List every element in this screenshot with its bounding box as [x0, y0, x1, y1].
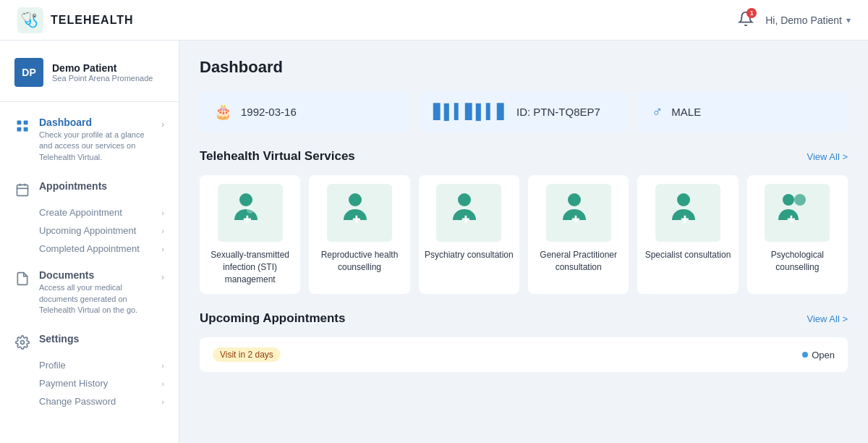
service-card-gp[interactable]: ✚ General Practitioner consultation: [528, 175, 629, 294]
info-card-dob: 🎂 1992-03-16: [200, 91, 410, 132]
dashboard-nav-desc: Check your profile at a glance and acces…: [39, 130, 153, 163]
svg-text:🩺: 🩺: [20, 11, 38, 28]
upcoming-card[interactable]: Visit in 2 days Open: [200, 337, 848, 372]
change-password-chevron: ›: [161, 397, 164, 406]
reproductive-label: Reproductive health counselling: [315, 249, 404, 274]
completed-appointment-label: Completed Appointment: [39, 243, 140, 254]
documents-nav-desc: Access all your medical documents genera…: [39, 282, 153, 316]
documents-chevron-icon: ›: [161, 272, 164, 282]
settings-nav-title: Settings: [39, 333, 164, 345]
info-card-gender: ♂ MALE: [637, 91, 848, 132]
appointments-nav-content: Appointments: [39, 180, 164, 192]
psychiatry-label: Psychiatry consultation: [425, 249, 514, 261]
gender-value: MALE: [671, 106, 701, 118]
sidebar-item-appointments[interactable]: Appointments: [0, 174, 179, 203]
reproductive-doctor-icon: ✚: [336, 190, 383, 236]
sidebar-item-create-appointment[interactable]: Create Appointment ›: [0, 203, 179, 222]
service-card-specialist[interactable]: ✚ Specialist consultation: [637, 175, 738, 294]
user-details: Demo Patient Sea Point Arena Promenade: [52, 62, 153, 83]
svg-text:✚: ✚: [352, 214, 361, 225]
header-right: 1 Hi, Demo Patient ▾: [738, 11, 851, 30]
user-name: Demo Patient: [52, 62, 153, 74]
user-greeting: Hi, Demo Patient: [765, 14, 842, 26]
service-card-sti[interactable]: ✚ Sexually-transmitted infection (STI) m…: [200, 175, 300, 294]
svg-point-23: [794, 194, 806, 206]
logo-icon: 🩺: [17, 7, 43, 33]
service-card-psychiatry[interactable]: ✚ Psychiatry consultation: [419, 175, 519, 294]
gender-icon: ♂: [652, 104, 663, 120]
svg-text:✚: ✚: [571, 214, 580, 225]
app-header: 🩺 TELEHEALTH 1 Hi, Demo Patient ▾: [0, 0, 868, 41]
notification-count: 1: [746, 8, 757, 18]
sidebar: DP Demo Patient Sea Point Arena Promenad…: [0, 41, 179, 443]
dashboard-nav-content: Dashboard Check your profile at a glance…: [39, 117, 153, 163]
notification-bell[interactable]: 1: [738, 11, 754, 30]
services-title: Telehealth Virtual Services: [200, 149, 355, 164]
svg-point-12: [247, 206, 254, 214]
svg-rect-2: [17, 121, 22, 125]
svg-point-16: [458, 193, 471, 206]
appointments-icon: [14, 182, 30, 198]
upcoming-appointment-chevron: ›: [161, 227, 164, 235]
svg-point-14: [349, 193, 362, 206]
nav-section-appointments: Appointments Create Appointment › Upcomi…: [0, 172, 179, 261]
avatar: DP: [14, 58, 43, 87]
sidebar-item-change-password[interactable]: Change Password ›: [0, 392, 179, 410]
nav-section-dashboard: Dashboard Check your profile at a glance…: [0, 108, 179, 172]
svg-text:✚: ✚: [787, 214, 796, 225]
upcoming-view-all[interactable]: View All >: [807, 313, 848, 324]
sidebar-item-documents[interactable]: Documents Access all your medical docume…: [0, 263, 179, 321]
sidebar-item-settings[interactable]: Settings: [0, 327, 179, 356]
services-section-header: Telehealth Virtual Services View All >: [200, 149, 848, 164]
psychological-doctor-icon: ✚: [774, 190, 820, 236]
patient-id-value: ID: PTN-TQ8EP7: [516, 106, 600, 118]
sti-label: Sexually-transmitted infection (STI) man…: [205, 249, 294, 285]
chevron-down-icon: ▾: [846, 15, 851, 25]
info-cards: 🎂 1992-03-16 ▋▌▍▋▌▍▋ ID: PTN-TQ8EP7 ♂ MA…: [200, 91, 848, 132]
svg-point-11: [239, 193, 252, 206]
gp-label: General Practitioner consultation: [534, 249, 623, 274]
create-appointment-label: Create Appointment: [39, 207, 122, 218]
user-menu[interactable]: Hi, Demo Patient ▾: [765, 14, 851, 26]
service-card-psychological[interactable]: ✚ Psychological counselling: [747, 175, 848, 294]
open-status: Open: [802, 350, 835, 360]
appointments-nav-title: Appointments: [39, 180, 164, 192]
sidebar-item-completed-appointment[interactable]: Completed Appointment ›: [0, 240, 179, 258]
nav-section-documents: Documents Access all your medical docume…: [0, 261, 179, 324]
app-body: DP Demo Patient Sea Point Arena Promenad…: [0, 41, 868, 443]
page-title: Dashboard: [200, 58, 848, 77]
sti-icon-bg: ✚: [218, 184, 283, 242]
svg-text:✚: ✚: [243, 214, 252, 225]
svg-point-22: [783, 194, 794, 206]
sidebar-item-dashboard[interactable]: Dashboard Check your profile at a glance…: [0, 111, 179, 169]
service-card-reproductive[interactable]: ✚ Reproductive health counselling: [309, 175, 409, 294]
services-view-all[interactable]: View All >: [807, 151, 848, 162]
payment-history-chevron: ›: [161, 379, 164, 388]
sidebar-item-payment-history[interactable]: Payment History ›: [0, 374, 179, 392]
payment-history-label: Payment History: [39, 378, 108, 389]
create-appointment-chevron: ›: [161, 208, 164, 217]
documents-icon: [14, 271, 30, 287]
sidebar-item-profile[interactable]: Profile ›: [0, 356, 179, 374]
svg-rect-5: [24, 127, 28, 132]
logo-text: TELEHEALTH: [51, 14, 134, 27]
upcoming-section-header: Upcoming Appointments View All >: [200, 311, 848, 326]
services-grid: ✚ Sexually-transmitted infection (STI) m…: [200, 175, 848, 294]
open-label: Open: [812, 350, 835, 360]
upcoming-appointment-label: Upcoming Appointment: [39, 225, 136, 236]
profile-label: Profile: [39, 360, 66, 371]
barcode-icon: ▋▌▍▋▌▍▋: [433, 103, 508, 120]
settings-icon: [14, 334, 30, 350]
open-dot-icon: [802, 352, 808, 358]
gp-doctor-icon: ✚: [556, 190, 602, 236]
dashboard-chevron-icon: ›: [161, 119, 164, 130]
user-info: DP Demo Patient Sea Point Arena Promenad…: [0, 52, 179, 102]
dashboard-nav-title: Dashboard: [39, 117, 153, 128]
birthday-icon: 🎂: [214, 103, 232, 120]
sidebar-item-upcoming-appointment[interactable]: Upcoming Appointment ›: [0, 222, 179, 240]
specialist-doctor-icon: ✚: [665, 190, 711, 236]
svg-point-10: [21, 341, 25, 345]
profile-chevron: ›: [161, 361, 164, 370]
main-content: Dashboard 🎂 1992-03-16 ▋▌▍▋▌▍▋ ID: PTN-T…: [179, 41, 868, 443]
change-password-label: Change Password: [39, 396, 116, 407]
